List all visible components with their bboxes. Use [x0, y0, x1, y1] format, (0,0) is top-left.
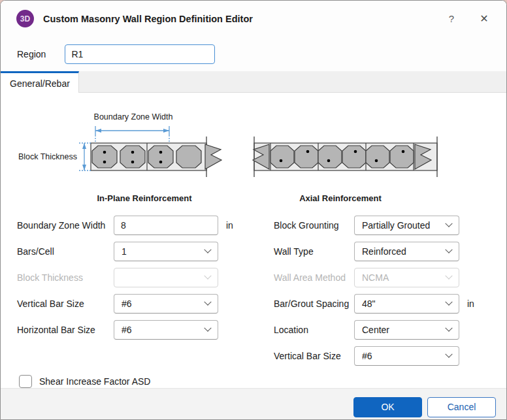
in-plane-caption: In-Plane Reinforcement: [27, 193, 262, 203]
vertical-bar-size-label: Vertical Bar Size: [17, 299, 114, 309]
block-grounting-label: Block Grounting: [274, 220, 354, 231]
app-logo-text: 3D: [20, 14, 30, 24]
in-plane-diagram: Boundary Zone Width: [12, 107, 231, 192]
chevron-down-icon: [445, 351, 452, 358]
app-logo-icon: 3D: [16, 10, 34, 27]
location-select[interactable]: Center: [354, 320, 459, 340]
axial-form: Block Grounting Partially Grouted Wall T…: [274, 216, 482, 366]
in-plane-form: Boundary Zone Width in Bars/Cell 1 Block…: [17, 216, 240, 366]
chevron-down-icon: [204, 325, 211, 332]
close-icon[interactable]: ✕: [476, 12, 492, 25]
boundary-zone-width-input[interactable]: [114, 216, 218, 235]
wall-area-method-label: Wall Area Method: [274, 272, 354, 283]
region-label: Region: [17, 49, 46, 59]
axial-vertical-bar-size-select[interactable]: #6: [354, 346, 459, 366]
chevron-down-icon: [204, 246, 211, 253]
horizontal-bar-size-select[interactable]: #6: [114, 320, 218, 340]
chevron-down-icon: [445, 299, 452, 306]
location-label: Location: [274, 325, 354, 335]
block-grounting-select[interactable]: Partially Grouted: [354, 216, 459, 235]
region-row: Region: [1, 37, 506, 71]
shear-increase-row: Shear Increase Factor ASD: [19, 375, 506, 388]
shear-increase-checkbox[interactable]: [19, 375, 32, 388]
chevron-down-icon: [204, 299, 211, 306]
chevron-down-icon: [445, 220, 452, 227]
axial-caption: Axial Reinforcement: [262, 193, 419, 203]
help-icon[interactable]: ?: [444, 13, 459, 24]
boundary-zone-width-unit: in: [218, 220, 240, 231]
window-title: Custom Masonry Wall Region Definition Ed…: [43, 14, 253, 24]
axial-diagram: [248, 107, 444, 192]
shear-increase-label: Shear Increase Factor ASD: [39, 376, 150, 387]
cancel-button[interactable]: Cancel: [427, 397, 496, 417]
dialog-window: 3D Custom Masonry Wall Region Definition…: [0, 0, 507, 420]
diagram-area: Boundary Zone Width: [1, 107, 506, 192]
dialog-footer: OK Cancel: [1, 388, 506, 420]
region-input[interactable]: [65, 44, 215, 64]
bar-grout-spacing-label: Bar/Grout Spacing: [274, 299, 354, 309]
title-bar: 3D Custom Masonry Wall Region Definition…: [1, 1, 506, 37]
axial-vertical-bar-size-label: Vertical Bar Size: [274, 351, 354, 361]
ok-button[interactable]: OK: [353, 397, 422, 417]
tab-general-rebar[interactable]: General/Rebar: [1, 71, 79, 93]
chevron-down-icon: [204, 272, 211, 280]
block-thickness-dim-label: Block Thickness: [18, 152, 77, 161]
diagram-captions: In-Plane Reinforcement Axial Reinforceme…: [1, 193, 506, 203]
bars-per-cell-label: Bars/Cell: [17, 246, 114, 257]
tab-content: Boundary Zone Width: [1, 93, 506, 388]
wall-type-select[interactable]: Reinforced: [354, 242, 459, 261]
bar-grout-spacing-unit: in: [459, 299, 482, 309]
titlebar-buttons: ? ✕: [444, 12, 506, 25]
chevron-down-icon: [445, 246, 452, 253]
vertical-bar-size-select[interactable]: #6: [114, 294, 218, 314]
chevron-down-icon: [445, 272, 452, 280]
boundary-zone-width-label: Boundary Zone Width: [17, 220, 114, 231]
form-area: Boundary Zone Width in Bars/Cell 1 Block…: [1, 216, 506, 366]
tab-strip: General/Rebar: [1, 71, 506, 93]
chevron-down-icon: [445, 325, 452, 332]
wall-type-label: Wall Type: [274, 246, 354, 257]
block-thickness-select: [114, 268, 218, 287]
bar-grout-spacing-select[interactable]: 48": [354, 294, 459, 314]
bars-per-cell-select[interactable]: 1: [114, 242, 218, 261]
horizontal-bar-size-label: Horizontal Bar Size: [17, 325, 114, 335]
wall-area-method-select: NCMA: [354, 268, 459, 287]
boundary-zone-width-dim-label: Boundary Zone Width: [94, 112, 173, 121]
block-thickness-label: Block Thickness: [17, 272, 114, 283]
